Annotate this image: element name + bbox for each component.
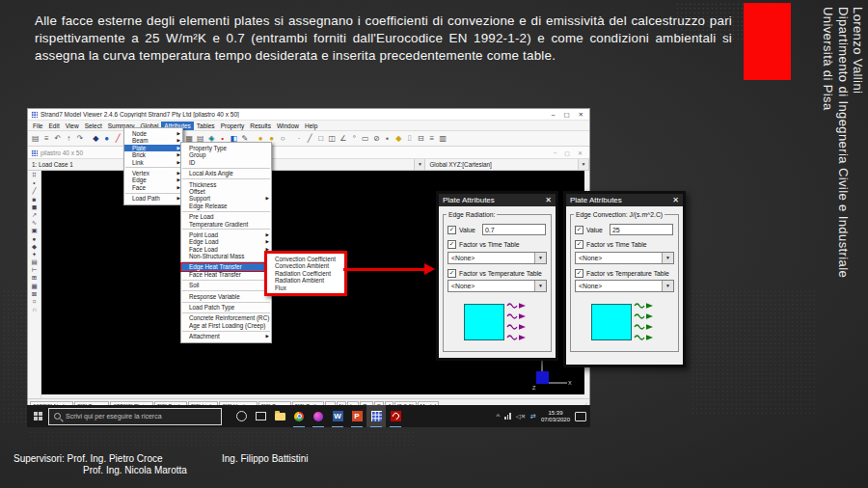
chrome-button[interactable] xyxy=(289,405,309,427)
dropdown-arrow-icon[interactable]: ▼ xyxy=(578,159,588,170)
photos-button[interactable] xyxy=(309,405,328,427)
factor-time-dropdown[interactable]: <None> ▼ xyxy=(575,252,674,264)
attach-icon[interactable]: ⊘ xyxy=(371,132,383,146)
path-tool-icon[interactable]: ∿ xyxy=(32,219,37,226)
strand7-taskbar-button[interactable] xyxy=(366,405,386,427)
menu-window[interactable]: Window xyxy=(274,122,302,130)
taskbar-search-input[interactable]: Scrivi qui per eseguire la ricerca xyxy=(48,408,222,425)
box-icon[interactable]: ▭ xyxy=(360,132,371,146)
acrobat-button[interactable] xyxy=(386,405,405,427)
minimize-icon[interactable]: – xyxy=(552,111,556,119)
factor-time-checkbox[interactable]: ✓ xyxy=(448,240,456,249)
region-tool-icon[interactable]: ▤ xyxy=(31,258,37,265)
up-icon[interactable]: ↑ xyxy=(64,132,75,146)
line-tool-icon[interactable]: ╱ xyxy=(113,132,124,146)
point-icon[interactable]: ∙ xyxy=(293,132,305,146)
beam-tool-icon[interactable]: ╱ xyxy=(33,187,37,194)
powerpoint-button[interactable]: P xyxy=(347,405,366,427)
plate-tool-icon[interactable]: ■ xyxy=(33,196,37,203)
menu-view[interactable]: View xyxy=(63,122,82,130)
factor-temp-dropdown[interactable]: <None> ▼ xyxy=(448,280,547,292)
layers-icon[interactable]: ≡ xyxy=(426,132,438,146)
menu-item-pre-load[interactable]: Pre Load xyxy=(181,213,271,220)
hash-tool-icon[interactable]: ⌗ xyxy=(33,298,37,305)
factor-time-checkbox[interactable]: ✓ xyxy=(575,240,583,249)
task-view-button[interactable] xyxy=(251,405,270,427)
brick-tool-icon[interactable]: ◼ xyxy=(32,203,37,210)
menu-item-face-heat-transfer[interactable]: Face Heat Transfer▶ xyxy=(181,271,271,278)
child-restore-icon[interactable]: ▢ xyxy=(564,149,570,156)
menu-item-offset[interactable]: Offset xyxy=(181,188,271,195)
angle-icon[interactable]: ∠ xyxy=(338,132,349,146)
measure-tool-icon[interactable]: ⊢ xyxy=(32,266,38,273)
menu-item-non-structural-mass[interactable]: Non-Structural Mass xyxy=(181,253,271,259)
menu-item-node[interactable]: Node▶ xyxy=(124,130,182,137)
menu-edit[interactable]: Edit xyxy=(45,122,62,130)
close-icon[interactable]: ✕ xyxy=(545,196,552,204)
menu-item-brick[interactable]: Brick▶ xyxy=(124,151,182,158)
factor-temp-dropdown[interactable]: <None> ▼ xyxy=(575,280,674,292)
vertex-tool-icon[interactable]: ● xyxy=(33,235,37,242)
value-checkbox[interactable]: ✓ xyxy=(448,226,456,234)
arc-tool-icon[interactable]: ∩ xyxy=(32,306,37,312)
factor-temp-checkbox[interactable]: ✓ xyxy=(448,269,456,278)
notification-center-icon[interactable] xyxy=(575,412,586,421)
menu-item-face-load[interactable]: Face Load▶ xyxy=(181,246,271,253)
dropdown-arrow-icon[interactable]: ▼ xyxy=(414,159,424,170)
close-icon[interactable]: ✕ xyxy=(579,111,583,119)
value-input[interactable] xyxy=(610,224,673,235)
menu-item-edge-release[interactable]: Edge Release xyxy=(181,203,271,209)
menu-help[interactable]: Help xyxy=(302,122,320,130)
menu-item-soil[interactable]: Soil▶ xyxy=(181,282,271,288)
mesh-tool-icon[interactable]: ▦ xyxy=(31,283,37,289)
grid-dots-icon[interactable]: ⠿ xyxy=(32,172,37,178)
menu-item-age-first-loading[interactable]: Age at First Loading (Creep) xyxy=(181,322,271,329)
cortana-button[interactable] xyxy=(231,405,251,427)
dropdown-arrow-icon[interactable]: ▼ xyxy=(662,281,673,291)
rect2-icon[interactable]: ◫ xyxy=(327,132,339,146)
menu-item-convection-ambient[interactable]: Convection Ambient xyxy=(267,262,344,269)
menu-item-point-load[interactable]: Point Load▶ xyxy=(181,231,271,238)
bulb-off-icon[interactable]: ○ xyxy=(278,132,289,146)
dropdown-arrow-icon[interactable]: ▼ xyxy=(534,281,546,291)
menu-item-edge-heat-transfer[interactable]: Edge Heat Transfer▶ xyxy=(181,263,271,270)
menu-item-load-patch-type[interactable]: Load Patch Type xyxy=(181,304,271,311)
edge-tool-icon[interactable]: ◆ xyxy=(32,243,37,250)
dropdown-arrow-icon[interactable]: ▼ xyxy=(534,253,546,263)
link-tool-icon[interactable]: ↗ xyxy=(32,211,37,218)
plus-tool-icon[interactable]: ⊞ xyxy=(32,274,37,281)
menu-item-edge-load[interactable]: Edge Load▶ xyxy=(181,238,271,245)
face-tool-icon[interactable]: ✦ xyxy=(32,251,37,258)
menu-item-id[interactable]: ID xyxy=(181,159,271,166)
print-icon[interactable]: ≡ xyxy=(41,132,53,146)
menu-select[interactable]: Select xyxy=(82,122,105,130)
value-input[interactable] xyxy=(482,224,546,235)
menu-item-face[interactable]: Face▶ xyxy=(124,184,182,191)
value-checkbox[interactable]: ✓ xyxy=(575,226,583,234)
delete-tool-icon[interactable]: ⊠ xyxy=(32,290,37,297)
taskbar-clock[interactable]: 15:39 07/03/2020 xyxy=(541,410,570,423)
menu-item-local-axis-angle[interactable]: Local Axis Angle xyxy=(181,170,271,176)
menu-property[interactable]: Property xyxy=(218,122,248,130)
child-minimize-icon[interactable]: – xyxy=(554,149,556,156)
redo-icon[interactable]: ↷ xyxy=(74,132,86,146)
menu-file[interactable]: File xyxy=(30,122,45,130)
fill-icon[interactable]: ▪ xyxy=(382,132,393,146)
teamviewer-icon[interactable]: ⇄ xyxy=(530,413,536,420)
menu-item-convection-coefficient[interactable]: Convection Coefficient xyxy=(267,256,344,262)
menu-item-property-type[interactable]: Property Type xyxy=(181,145,271,151)
menu-item-flux[interactable]: Flux xyxy=(267,285,344,291)
menu-item-link[interactable]: Link▶ xyxy=(124,159,182,166)
volume-muted-icon[interactable]: ◁✕ xyxy=(516,413,526,420)
child-close-icon[interactable]: ✕ xyxy=(578,149,583,156)
dropdown-arrow-icon[interactable]: ▼ xyxy=(662,253,673,263)
menu-item-thickness[interactable]: Thickness xyxy=(181,181,271,188)
menu-item-vertex[interactable]: Vertex▶ xyxy=(124,170,182,176)
maximize-icon[interactable]: ▢ xyxy=(563,111,569,119)
rect-icon[interactable]: □ xyxy=(315,132,327,146)
menu-item-attachment[interactable]: Attachment▶ xyxy=(181,333,271,339)
entity-toggle-icon[interactable]: ◆ xyxy=(91,132,102,146)
menu-item-radiation-ambient[interactable]: Radiation Ambient xyxy=(267,277,344,284)
file-explorer-button[interactable] xyxy=(270,405,289,427)
menu-item-temperature-gradient[interactable]: Temperature Gradient xyxy=(181,221,271,228)
